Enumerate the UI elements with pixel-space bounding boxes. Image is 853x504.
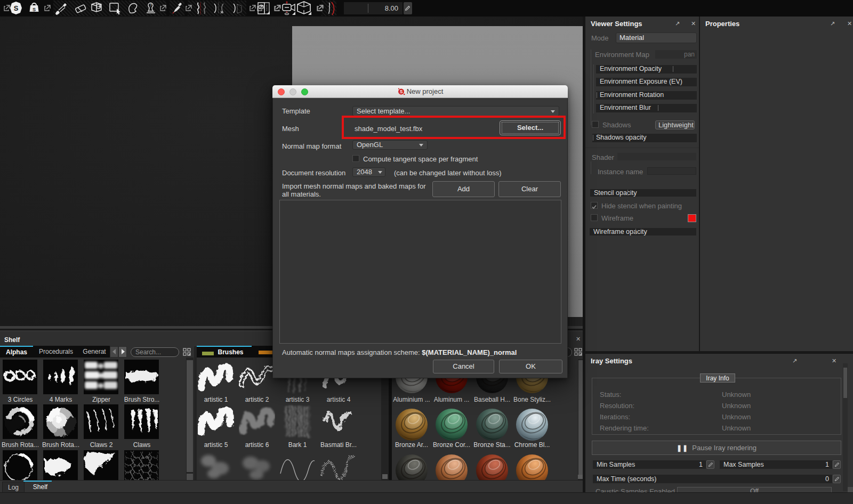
svg-text:S: S xyxy=(14,4,19,12)
svg-text:S: S xyxy=(33,7,36,12)
svg-text:?: ? xyxy=(150,3,152,7)
svg-text:S: S xyxy=(399,89,403,94)
